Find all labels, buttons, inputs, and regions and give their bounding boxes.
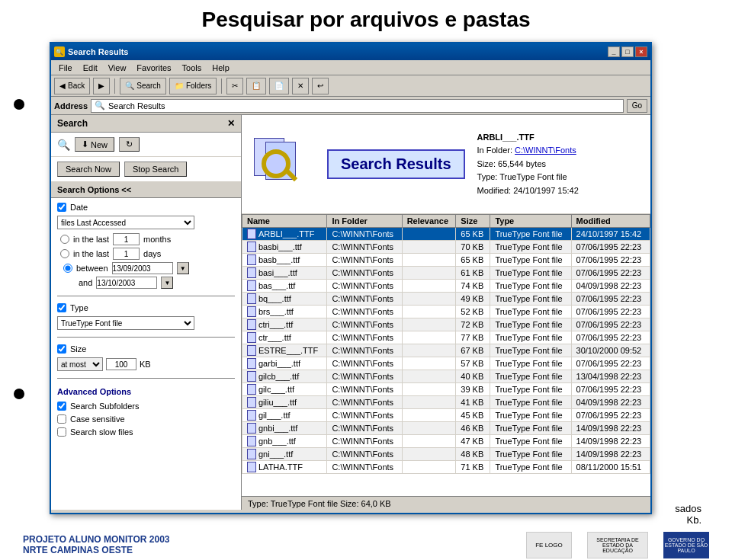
minimize-button[interactable]: _: [608, 46, 620, 57]
type-checkbox[interactable]: [57, 303, 66, 312]
search-toolbar-label: Search: [136, 82, 161, 90]
case-sensitive-checkbox[interactable]: [57, 414, 66, 424]
status-text: Type: TrueType Font file Size: 64,0 KB: [248, 499, 391, 508]
folders-button[interactable]: 📁 Folders: [169, 78, 217, 94]
menu-edit[interactable]: Edit: [79, 62, 102, 74]
in-last-months-radio[interactable]: [60, 235, 69, 244]
table-row[interactable]: brs___.ttfC:\WINNT\Fonts52 KBTrueType Fo…: [242, 306, 650, 318]
table-row[interactable]: ARBLI___.TTFC:\WINNT\Fonts65 KBTrueType …: [242, 228, 650, 241]
search-now-button[interactable]: Search Now: [57, 162, 120, 177]
date1-input[interactable]: [112, 262, 173, 274]
paste-button[interactable]: 📄: [269, 78, 289, 94]
date2-input[interactable]: [96, 277, 157, 289]
table-row[interactable]: LATHA.TTFC:\WINNT\Fonts71 KBTrueType Fon…: [242, 461, 650, 474]
cell-relevance: [402, 409, 456, 422]
cell-type: TrueType Font file: [490, 228, 571, 241]
table-row[interactable]: gni___.ttfC:\WINNT\Fonts48 KBTrueType Fo…: [242, 448, 650, 461]
cell-relevance: [402, 448, 456, 461]
col-name[interactable]: Name: [242, 215, 327, 228]
bottom-note-line2: Kb.: [675, 514, 702, 526]
main-content: Search ✕ 🔍 ⬇ New ↻ Search Now Stop Searc…: [51, 115, 650, 510]
date1-picker-button[interactable]: ▼: [177, 262, 189, 274]
address-bar: Address 🔍 Search Results Go: [51, 97, 650, 115]
cut-button[interactable]: ✂: [226, 78, 243, 94]
delete-icon: ✕: [297, 82, 303, 90]
table-row[interactable]: garbi___.ttfC:\WINNT\Fonts57 KBTrueType …: [242, 357, 650, 370]
search-subfolders-checkbox[interactable]: [57, 402, 66, 411]
size-at-most-select[interactable]: at most: [57, 357, 103, 371]
table-row[interactable]: gilcb___.ttfC:\WINNT\Fonts40 KBTrueType …: [242, 370, 650, 383]
table-row[interactable]: gnb___.ttfC:\WINNT\Fonts47 KBTrueType Fo…: [242, 435, 650, 448]
section-divider-2: [57, 337, 235, 338]
col-relevance[interactable]: Relevance: [402, 215, 456, 228]
menu-file[interactable]: File: [54, 62, 77, 74]
size-value-input[interactable]: [106, 358, 136, 370]
cell-modified: 07/06/1995 22:23: [571, 331, 650, 344]
filename: ARBLI___.TTF: [477, 133, 535, 142]
table-row[interactable]: gilc___.ttfC:\WINNT\Fonts39 KBTrueType F…: [242, 383, 650, 396]
undo-button[interactable]: ↩: [312, 78, 329, 94]
cell-size: 47 KB: [456, 435, 490, 448]
table-row[interactable]: bq___.ttfC:\WINNT\Fonts49 KBTrueType Fon…: [242, 293, 650, 306]
cell-type: TrueType Font file: [490, 383, 571, 396]
search-close-button[interactable]: ✕: [227, 118, 235, 129]
table-row[interactable]: basbi___.ttfC:\WINNT\Fonts70 KBTrueType …: [242, 241, 650, 254]
cell-type: TrueType Font file: [490, 318, 571, 331]
col-folder[interactable]: In Folder: [327, 215, 402, 228]
cell-modified: 07/06/1995 22:23: [571, 254, 650, 267]
cell-modified: 07/06/1995 22:23: [571, 267, 650, 280]
back-button[interactable]: ◀ Back: [54, 78, 90, 94]
address-value: Search Results: [108, 101, 165, 110]
type-dropdown[interactable]: TrueType Font file: [57, 316, 194, 330]
between-radio[interactable]: [63, 264, 72, 273]
cell-name: bq___.ttf: [242, 293, 327, 306]
table-row[interactable]: ctr___.ttfC:\WINNT\Fonts77 KBTrueType Fo…: [242, 331, 650, 344]
search-options-header[interactable]: Search Options <<: [51, 182, 241, 198]
menu-tools[interactable]: Tools: [178, 62, 207, 74]
search-toolbar-button[interactable]: 🔍 Search: [120, 78, 166, 94]
days-input[interactable]: [113, 248, 140, 260]
delete-button[interactable]: ✕: [292, 78, 309, 94]
forward-button[interactable]: ▶: [93, 78, 110, 94]
in-last-days-radio[interactable]: [60, 249, 69, 258]
menu-favorites[interactable]: Favorites: [132, 62, 175, 74]
close-button[interactable]: ×: [635, 46, 647, 57]
col-type[interactable]: Type: [490, 215, 571, 228]
search-slow-checkbox[interactable]: [57, 427, 66, 437]
new-search-button[interactable]: ⬇ New: [75, 137, 114, 152]
col-modified[interactable]: Modified: [571, 215, 650, 228]
cell-name: gil___.ttf: [242, 409, 327, 422]
menu-view[interactable]: View: [104, 62, 131, 74]
table-row[interactable]: ESTRE___.TTFC:\WINNT\Fonts67 KBTrueType …: [242, 344, 650, 357]
months-input[interactable]: [113, 233, 140, 245]
copy-button[interactable]: 📋: [246, 78, 266, 94]
menu-help[interactable]: Help: [207, 62, 234, 74]
advanced-options-header[interactable]: Advanced Options: [57, 386, 235, 398]
maximize-button[interactable]: □: [621, 46, 634, 57]
table-row[interactable]: basi___.ttfC:\WINNT\Fonts61 KBTrueType F…: [242, 267, 650, 280]
table-row[interactable]: gnbi___.ttfC:\WINNT\Fonts46 KBTrueType F…: [242, 422, 650, 435]
cell-size: 67 KB: [456, 344, 490, 357]
files-last-accessed-select[interactable]: files Last Accessed: [57, 216, 194, 229]
results-table-header: Name In Folder Relevance Size Type Modif…: [242, 215, 650, 228]
address-go-button[interactable]: Go: [627, 99, 647, 113]
table-row[interactable]: giliu___.ttfC:\WINNT\Fonts41 KBTrueType …: [242, 396, 650, 409]
size-checkbox[interactable]: [57, 344, 66, 354]
cell-modified: 07/06/1995 22:23: [571, 293, 650, 306]
refresh-search-button[interactable]: ↻: [119, 137, 140, 152]
search-panel: Search ✕ 🔍 ⬇ New ↻ Search Now Stop Searc…: [51, 115, 242, 510]
col-size[interactable]: Size: [456, 215, 490, 228]
new-label: New: [91, 140, 108, 149]
cell-name: ctri___.ttf: [242, 318, 327, 331]
cell-name: giliu___.ttf: [242, 396, 327, 409]
search-results-label: Search Results: [327, 149, 465, 179]
date-checkbox[interactable]: [57, 203, 66, 212]
folder-link[interactable]: C:\WINNT\Fonts: [515, 146, 576, 155]
date2-picker-button[interactable]: ▼: [161, 277, 173, 289]
table-row[interactable]: bas___.ttfC:\WINNT\Fonts74 KBTrueType Fo…: [242, 280, 650, 293]
table-row[interactable]: ctri___.ttfC:\WINNT\Fonts72 KBTrueType F…: [242, 318, 650, 331]
stop-search-button[interactable]: Stop Search: [124, 162, 188, 177]
table-row[interactable]: gil___.ttfC:\WINNT\Fonts45 KBTrueType Fo…: [242, 409, 650, 422]
table-row[interactable]: basb___.ttfC:\WINNT\Fonts65 KBTrueType F…: [242, 254, 650, 267]
cell-relevance: [402, 344, 456, 357]
